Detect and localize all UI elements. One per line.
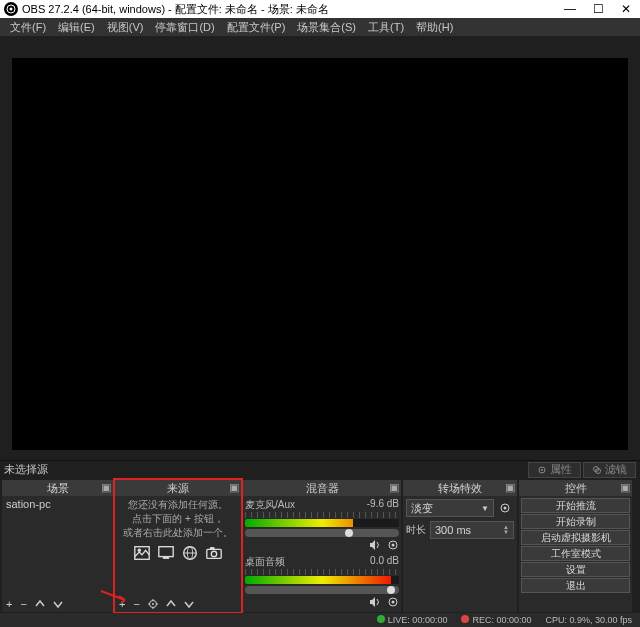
sources-toolbar: + − xyxy=(115,596,241,612)
mixer-dock-header[interactable]: 混音器 ▣ xyxy=(243,480,401,496)
menu-profile[interactable]: 配置文件(P) xyxy=(221,20,292,35)
camera-icon xyxy=(205,544,223,562)
controls-dock-header[interactable]: 控件 ▣ xyxy=(519,480,632,496)
mixer-scale xyxy=(245,512,399,518)
studio-mode-button[interactable]: 工作室模式 xyxy=(521,546,630,561)
no-source-selected-label: 未选择源 xyxy=(4,462,48,477)
start-streaming-button[interactable]: 开始推流 xyxy=(521,498,630,513)
controls-body: 开始推流 开始录制 启动虚拟摄影机 工作室模式 设置 退出 xyxy=(519,496,632,612)
source-properties-button[interactable] xyxy=(148,599,158,609)
menu-help[interactable]: 帮助(H) xyxy=(410,20,459,35)
menu-view[interactable]: 视图(V) xyxy=(101,20,150,35)
start-recording-button[interactable]: 开始录制 xyxy=(521,514,630,529)
sources-empty-hint: 您还没有添加任何源。 点击下面的 + 按钮， 或者右击此处添加一个。 xyxy=(115,496,241,542)
sources-dock-header[interactable]: 来源 ▣ xyxy=(115,480,241,496)
mixer-body: 麦克风/Aux -9.6 dB 桌面音频 0.0 dB xyxy=(243,496,401,612)
docks-container: 场景 ▣ sation-pc + − 来源 ▣ 您还没有添加任何源。 点击下面的… xyxy=(0,480,640,612)
image-icon xyxy=(133,544,151,562)
properties-button[interactable]: 属性 xyxy=(528,462,581,478)
transition-select[interactable]: 淡变 ▼ xyxy=(406,499,494,517)
preview-area xyxy=(0,36,640,460)
mixer-channel-db: 0.0 dB xyxy=(370,555,399,569)
mixer-channel-name: 麦克风/Aux xyxy=(245,498,295,512)
svg-point-27 xyxy=(504,507,507,510)
transition-duration-input[interactable]: 300 ms ▲ ▼ xyxy=(430,521,514,539)
status-rec: REC: 00:00:00 xyxy=(461,615,531,625)
move-scene-down-button[interactable] xyxy=(53,599,63,609)
gear-icon[interactable] xyxy=(387,539,399,551)
add-source-button[interactable]: + xyxy=(119,598,125,610)
mixer-dock: 混音器 ▣ 麦克风/Aux -9.6 dB 桌面音频 0. xyxy=(243,480,401,612)
mixer-channel-mic: 麦克风/Aux -9.6 dB xyxy=(245,498,399,551)
transitions-dock: 转场特效 ▣ 淡变 ▼ 时长 300 ms ▲ ▼ xyxy=(403,480,517,612)
speaker-icon[interactable] xyxy=(369,596,381,608)
settings-button[interactable]: 设置 xyxy=(521,562,630,577)
scenes-list[interactable]: sation-pc xyxy=(2,496,113,596)
status-bar: LIVE: 00:00:00 REC: 00:00:00 CPU: 0.9%, … xyxy=(0,613,640,627)
status-cpu: CPU: 0.9%, 30.00 fps xyxy=(545,615,632,625)
dock-popout-icon[interactable]: ▣ xyxy=(620,482,630,492)
status-live: LIVE: 00:00:00 xyxy=(377,615,448,625)
svg-point-17 xyxy=(152,603,154,605)
add-scene-button[interactable]: + xyxy=(6,598,12,610)
dock-popout-icon[interactable]: ▣ xyxy=(389,482,399,492)
window-maximize-button[interactable]: ☐ xyxy=(584,0,612,18)
menubar: 文件(F) 编辑(E) 视图(V) 停靠窗口(D) 配置文件(P) 场景集合(S… xyxy=(0,18,640,36)
dock-popout-icon[interactable]: ▣ xyxy=(505,482,515,492)
window-minimize-button[interactable]: — xyxy=(556,0,584,18)
scenes-dock-header[interactable]: 场景 ▣ xyxy=(2,480,113,496)
source-toolbar: 未选择源 属性 滤镜 xyxy=(0,460,640,478)
obs-logo-icon xyxy=(4,2,18,16)
remove-scene-button[interactable]: − xyxy=(20,598,26,610)
exit-button[interactable]: 退出 xyxy=(521,578,630,593)
svg-rect-8 xyxy=(159,547,173,557)
chevron-down-icon: ▼ xyxy=(481,504,489,513)
mixer-scale xyxy=(245,569,399,575)
svg-point-3 xyxy=(541,469,543,471)
svg-point-23 xyxy=(392,544,395,547)
window-close-button[interactable]: ✕ xyxy=(612,0,640,18)
filters-button[interactable]: 滤镜 xyxy=(583,462,636,478)
speaker-icon[interactable] xyxy=(369,539,381,551)
dock-popout-icon[interactable]: ▣ xyxy=(229,482,239,492)
mixer-volume-slider[interactable] xyxy=(245,586,399,594)
mixer-meter xyxy=(245,576,399,584)
remove-source-button[interactable]: − xyxy=(133,598,139,610)
mixer-channel-name: 桌面音频 xyxy=(245,555,285,569)
svg-point-1 xyxy=(10,8,13,11)
live-dot-icon xyxy=(377,615,385,623)
window-title: OBS 27.2.4 (64-bit, windows) - 配置文件: 未命名… xyxy=(22,2,556,17)
globe-icon xyxy=(181,544,199,562)
scene-item[interactable]: sation-pc xyxy=(2,496,113,512)
gear-icon[interactable] xyxy=(387,596,399,608)
menu-dock[interactable]: 停靠窗口(D) xyxy=(149,20,220,35)
svg-point-25 xyxy=(392,601,395,604)
start-virtualcam-button[interactable]: 启动虚拟摄影机 xyxy=(521,530,630,545)
transitions-body: 淡变 ▼ 时长 300 ms ▲ ▼ xyxy=(403,496,517,612)
mixer-volume-slider[interactable] xyxy=(245,529,399,537)
svg-rect-15 xyxy=(210,548,214,550)
move-source-down-button[interactable] xyxy=(184,599,194,609)
spin-down-icon[interactable]: ▼ xyxy=(503,530,509,535)
duration-label: 时长 xyxy=(406,523,426,537)
dock-popout-icon[interactable]: ▣ xyxy=(101,482,111,492)
menu-file[interactable]: 文件(F) xyxy=(4,20,52,35)
menu-edit[interactable]: 编辑(E) xyxy=(52,20,101,35)
svg-point-14 xyxy=(211,551,216,556)
filters-icon xyxy=(592,465,602,475)
svg-rect-9 xyxy=(163,557,168,559)
mixer-channel-desktop: 桌面音频 0.0 dB xyxy=(245,555,399,608)
move-source-up-button[interactable] xyxy=(166,599,176,609)
display-icon xyxy=(157,544,175,562)
mixer-meter xyxy=(245,519,399,527)
menu-tools[interactable]: 工具(T) xyxy=(362,20,410,35)
sources-list[interactable]: 您还没有添加任何源。 点击下面的 + 按钮， 或者右击此处添加一个。 xyxy=(115,496,241,596)
rec-dot-icon xyxy=(461,615,469,623)
move-scene-up-button[interactable] xyxy=(35,599,45,609)
menu-scene-collection[interactable]: 场景集合(S) xyxy=(291,20,362,35)
window-titlebar: OBS 27.2.4 (64-bit, windows) - 配置文件: 未命名… xyxy=(0,0,640,18)
transitions-dock-header[interactable]: 转场特效 ▣ xyxy=(403,480,517,496)
preview-canvas[interactable] xyxy=(12,58,628,450)
mixer-channel-db: -9.6 dB xyxy=(367,498,399,512)
transition-properties-button[interactable] xyxy=(496,499,514,517)
